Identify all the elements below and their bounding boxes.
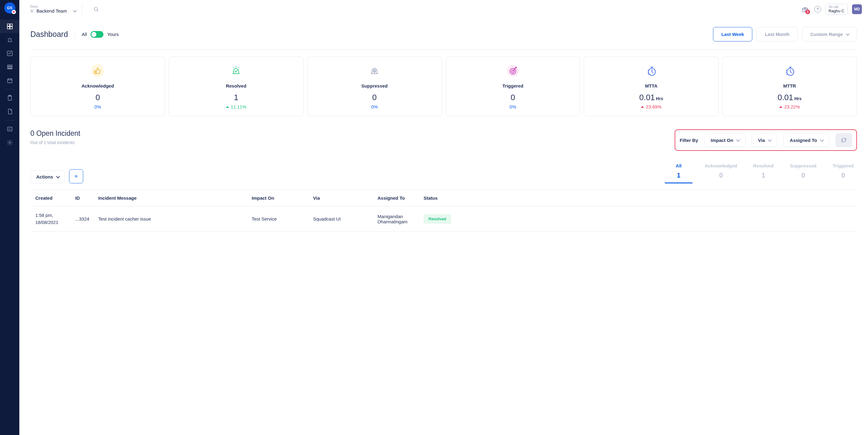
filter-by-label: Filter By [680, 138, 698, 143]
filter-bar: Filter By Impact On Via Assigned To [675, 129, 857, 151]
nav-schedules[interactable] [0, 74, 19, 87]
col-impact: Impact On [252, 195, 313, 201]
tab-triggered[interactable]: Triggered 0 [829, 163, 857, 183]
svg-rect-7 [7, 68, 12, 69]
user-initials: MD [854, 7, 860, 11]
nav-dashboard[interactable] [0, 20, 19, 33]
file-icon [6, 108, 13, 115]
open-title: 0 Open Incident [30, 129, 80, 138]
nav-services[interactable] [0, 60, 19, 74]
scope-switch[interactable] [91, 31, 103, 38]
user-avatar[interactable]: MD [852, 4, 862, 14]
stat-suppressed[interactable]: Suppressed 0 0% [307, 57, 442, 116]
stat-value: 0 [34, 93, 162, 102]
search-button[interactable] [91, 4, 101, 14]
stat-label: MTTR [725, 83, 854, 88]
topbar: Team Backend Team 3 ? On call Raghu C [19, 0, 868, 19]
thumbs-up-icon [91, 64, 105, 78]
siren-mute-icon [367, 64, 381, 78]
chevron-down-icon [768, 138, 772, 142]
stat-resolved[interactable]: Resolved 1 11.11% [169, 57, 304, 116]
svg-point-13 [31, 10, 33, 12]
nav-incidents[interactable] [0, 33, 19, 47]
stat-value: 0.01Hrs [725, 93, 854, 102]
svg-rect-5 [7, 65, 12, 66]
nav-settings[interactable] [0, 136, 19, 149]
tab-acknowledged[interactable]: Acknowledged 0 [705, 163, 737, 183]
whats-new-button[interactable]: 3 [801, 5, 809, 13]
stat-triggered[interactable]: Triggered 0 0% [446, 57, 580, 116]
nav-runbooks[interactable] [0, 105, 19, 118]
add-incident-button[interactable]: + [69, 169, 83, 183]
open-subtitle: Out of 1 total incidents [30, 140, 80, 145]
refresh-button[interactable] [835, 133, 852, 147]
team-label: Team [30, 5, 76, 8]
refresh-icon [841, 137, 847, 143]
svg-rect-1 [10, 24, 12, 26]
nav-separator [5, 89, 15, 89]
team-gear-icon [30, 9, 34, 13]
sidebar: GS ✱ [0, 0, 19, 435]
filter-via[interactable]: Via [752, 134, 777, 147]
nav-escalation[interactable] [0, 91, 19, 105]
cell-status: Resolved [424, 214, 463, 224]
search-icon [93, 6, 99, 12]
team-select[interactable]: Backend Team [30, 8, 76, 13]
chevron-down-icon [73, 9, 77, 12]
svg-rect-6 [7, 67, 12, 68]
stat-value: 0.01Hrs [587, 93, 715, 102]
stat-mtta[interactable]: MTTA 0.01Hrs 23.69% [584, 57, 718, 116]
oncall-label: On call [829, 5, 844, 9]
toggle-yours-label: Yours [107, 32, 119, 37]
incidents-table: Created ID Incident Message Impact On Vi… [30, 190, 857, 232]
filter-impact-on[interactable]: Impact On [704, 134, 745, 147]
svg-rect-8 [7, 79, 12, 83]
bars-icon [6, 126, 13, 133]
svg-point-16 [91, 64, 104, 77]
page-header: Dashboard All Yours Last Week Last Month… [30, 27, 857, 50]
range-custom[interactable]: Custom Range [802, 27, 857, 41]
tab-resolved[interactable]: Resolved 1 [749, 163, 777, 183]
nav-status[interactable] [0, 122, 19, 136]
cell-assigned: Manigandan Dharmalingam [377, 214, 424, 224]
filter-assigned-to[interactable]: Assigned To [783, 134, 829, 147]
stat-change: 23.69% [587, 104, 715, 109]
col-created: Created [35, 195, 75, 201]
nav-separator-2 [5, 120, 15, 120]
org-avatar[interactable]: GS ✱ [4, 2, 16, 13]
stat-label: Acknowledged [34, 83, 162, 88]
scope-toggle: All Yours [82, 31, 119, 38]
stat-change: 0% [311, 104, 439, 109]
nav-analytics[interactable] [0, 47, 19, 60]
svg-rect-3 [10, 27, 12, 29]
oncall-indicator[interactable]: On call Raghu C [825, 4, 848, 15]
stat-change: 0% [449, 104, 577, 109]
gear-icon [6, 139, 13, 146]
clipboard-icon [6, 95, 13, 102]
stat-value: 0 [311, 93, 439, 102]
stat-label: Suppressed [311, 83, 439, 88]
stat-mttr[interactable]: MTTR 0.01Hrs 23.22% [722, 57, 857, 116]
siren-icon [6, 36, 13, 43]
col-assigned: Assigned To [377, 195, 424, 201]
help-icon: ? [816, 7, 819, 11]
tab-all[interactable]: All 1 [665, 163, 692, 183]
cell-impact: Test Service [252, 216, 313, 222]
table-row[interactable]: 1:58 pm, 18/08/2021 ...3324 Test inciden… [30, 206, 857, 232]
actions-dropdown[interactable]: Actions [30, 170, 65, 183]
chart-icon [6, 50, 13, 57]
stat-change: 11.11% [172, 104, 300, 109]
cell-message: Test incident cacher issue [98, 216, 252, 222]
range-last-month[interactable]: Last Month [756, 27, 798, 41]
content: Dashboard All Yours Last Week Last Month… [19, 19, 868, 435]
col-message: Incident Message [98, 195, 252, 201]
range-last-week[interactable]: Last Week [713, 27, 752, 41]
cell-created: 1:58 pm, 18/08/2021 [35, 212, 75, 226]
stat-acknowledged[interactable]: Acknowledged 0 0% [30, 57, 165, 116]
stopwatch-icon [783, 64, 797, 78]
cell-id: ...3324 [75, 216, 98, 222]
help-button[interactable]: ? [814, 6, 821, 12]
chevron-down-icon [736, 138, 740, 142]
table-header: Created ID Incident Message Impact On Vi… [30, 190, 857, 206]
tab-suppressed[interactable]: Suppressed 0 [789, 163, 817, 183]
